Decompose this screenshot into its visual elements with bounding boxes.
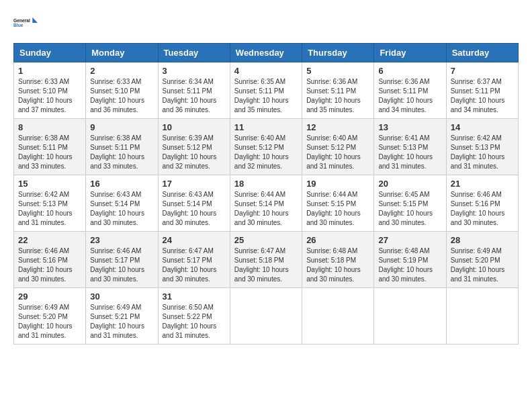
day-number: 3 [163,66,226,76]
day-info: Sunrise: 6:33 AM Sunset: 5:10 PM Dayligh… [90,77,153,115]
day-number: 15 [18,179,81,189]
day-info: Sunrise: 6:50 AM Sunset: 5:22 PM Dayligh… [163,303,226,340]
calendar-header-wednesday: Wednesday [230,44,302,62]
calendar-header-monday: Monday [86,44,158,62]
day-number: 25 [234,235,298,245]
day-number: 31 [163,291,226,302]
calendar-cell: 10Sunrise: 6:39 AM Sunset: 5:12 PM Dayli… [158,119,230,175]
day-info: Sunrise: 6:44 AM Sunset: 5:14 PM Dayligh… [234,190,298,228]
calendar-cell: 13Sunrise: 6:41 AM Sunset: 5:13 PM Dayli… [374,119,446,175]
day-info: Sunrise: 6:36 AM Sunset: 5:11 PM Dayligh… [378,77,441,115]
calendar-cell: 25Sunrise: 6:47 AM Sunset: 5:18 PM Dayli… [230,232,302,288]
calendar-cell: 9Sunrise: 6:38 AM Sunset: 5:11 PM Daylig… [86,119,158,175]
day-number: 27 [378,235,441,245]
day-info: Sunrise: 6:40 AM Sunset: 5:12 PM Dayligh… [306,134,369,171]
day-info: Sunrise: 6:38 AM Sunset: 5:11 PM Dayligh… [90,134,153,171]
calendar-cell: 24Sunrise: 6:47 AM Sunset: 5:17 PM Dayli… [158,232,230,288]
logo-icon: GeneralBlue [13,13,38,32]
day-number: 26 [306,235,369,245]
calendar-cell: 17Sunrise: 6:43 AM Sunset: 5:14 PM Dayli… [158,175,230,232]
calendar-cell: 30Sunrise: 6:49 AM Sunset: 5:21 PM Dayli… [86,288,158,345]
day-info: Sunrise: 6:44 AM Sunset: 5:15 PM Dayligh… [306,190,369,228]
calendar-cell: 23Sunrise: 6:46 AM Sunset: 5:17 PM Dayli… [86,232,158,288]
day-info: Sunrise: 6:46 AM Sunset: 5:16 PM Dayligh… [18,246,81,284]
svg-text:General: General [13,18,30,23]
calendar-week-row: 22Sunrise: 6:46 AM Sunset: 5:16 PM Dayli… [14,232,519,288]
day-info: Sunrise: 6:49 AM Sunset: 5:21 PM Dayligh… [90,303,153,340]
calendar-cell: 8Sunrise: 6:38 AM Sunset: 5:11 PM Daylig… [14,119,86,175]
day-info: Sunrise: 6:49 AM Sunset: 5:20 PM Dayligh… [18,303,81,340]
day-number: 2 [90,66,153,76]
day-info: Sunrise: 6:42 AM Sunset: 5:13 PM Dayligh… [451,134,514,171]
calendar-cell: 18Sunrise: 6:44 AM Sunset: 5:14 PM Dayli… [230,175,302,232]
calendar-cell: 20Sunrise: 6:45 AM Sunset: 5:15 PM Dayli… [374,175,446,232]
calendar-cell: 1Sunrise: 6:33 AM Sunset: 5:10 PM Daylig… [14,62,86,119]
calendar-cell: 7Sunrise: 6:37 AM Sunset: 5:11 PM Daylig… [446,62,518,119]
day-number: 9 [90,122,153,132]
day-info: Sunrise: 6:35 AM Sunset: 5:11 PM Dayligh… [234,77,298,115]
day-info: Sunrise: 6:46 AM Sunset: 5:16 PM Dayligh… [451,190,514,228]
calendar-cell: 3Sunrise: 6:34 AM Sunset: 5:11 PM Daylig… [158,62,230,119]
calendar-cell: 11Sunrise: 6:40 AM Sunset: 5:12 PM Dayli… [230,119,302,175]
day-info: Sunrise: 6:48 AM Sunset: 5:19 PM Dayligh… [378,246,441,284]
day-number: 24 [163,235,226,245]
logo: GeneralBlue [13,13,38,32]
calendar-cell: 29Sunrise: 6:49 AM Sunset: 5:20 PM Dayli… [14,288,86,345]
calendar-header-thursday: Thursday [302,44,374,62]
day-info: Sunrise: 6:41 AM Sunset: 5:13 PM Dayligh… [378,134,441,171]
calendar-week-row: 15Sunrise: 6:42 AM Sunset: 5:13 PM Dayli… [14,175,519,232]
calendar-cell: 16Sunrise: 6:43 AM Sunset: 5:14 PM Dayli… [86,175,158,232]
day-info: Sunrise: 6:45 AM Sunset: 5:15 PM Dayligh… [378,190,441,228]
calendar-header-sunday: Sunday [14,44,86,62]
calendar-header-row: SundayMondayTuesdayWednesdayThursdayFrid… [14,44,519,62]
calendar-cell [374,288,446,345]
day-info: Sunrise: 6:46 AM Sunset: 5:17 PM Dayligh… [90,246,153,284]
day-info: Sunrise: 6:47 AM Sunset: 5:17 PM Dayligh… [163,246,226,284]
day-info: Sunrise: 6:43 AM Sunset: 5:14 PM Dayligh… [90,190,153,228]
day-info: Sunrise: 6:36 AM Sunset: 5:11 PM Dayligh… [306,77,369,115]
day-number: 29 [18,291,81,302]
calendar-cell: 2Sunrise: 6:33 AM Sunset: 5:10 PM Daylig… [86,62,158,119]
day-number: 12 [306,122,369,132]
calendar-table: SundayMondayTuesdayWednesdayThursdayFrid… [13,43,519,345]
calendar-cell: 21Sunrise: 6:46 AM Sunset: 5:16 PM Dayli… [446,175,518,232]
day-number: 6 [378,66,441,76]
calendar-cell [302,288,374,345]
calendar-week-row: 1Sunrise: 6:33 AM Sunset: 5:10 PM Daylig… [14,62,519,119]
calendar-cell: 27Sunrise: 6:48 AM Sunset: 5:19 PM Dayli… [374,232,446,288]
day-number: 4 [234,66,298,76]
calendar-cell: 14Sunrise: 6:42 AM Sunset: 5:13 PM Dayli… [446,119,518,175]
calendar-week-row: 8Sunrise: 6:38 AM Sunset: 5:11 PM Daylig… [14,119,519,175]
day-number: 11 [234,122,298,132]
day-number: 21 [451,179,514,189]
day-number: 5 [306,66,369,76]
calendar-cell: 22Sunrise: 6:46 AM Sunset: 5:16 PM Dayli… [14,232,86,288]
page-header: GeneralBlue [13,13,519,32]
day-number: 22 [18,235,81,245]
day-info: Sunrise: 6:40 AM Sunset: 5:12 PM Dayligh… [234,134,298,171]
calendar-cell: 4Sunrise: 6:35 AM Sunset: 5:11 PM Daylig… [230,62,302,119]
calendar-cell: 5Sunrise: 6:36 AM Sunset: 5:11 PM Daylig… [302,62,374,119]
day-number: 20 [378,179,441,189]
day-info: Sunrise: 6:49 AM Sunset: 5:20 PM Dayligh… [451,246,514,284]
calendar-header-saturday: Saturday [446,44,518,62]
day-info: Sunrise: 6:42 AM Sunset: 5:13 PM Dayligh… [18,190,81,228]
day-number: 7 [451,66,514,76]
calendar-cell: 6Sunrise: 6:36 AM Sunset: 5:11 PM Daylig… [374,62,446,119]
day-info: Sunrise: 6:47 AM Sunset: 5:18 PM Dayligh… [234,246,298,284]
day-number: 13 [378,122,441,132]
calendar-header-tuesday: Tuesday [158,44,230,62]
svg-text:Blue: Blue [13,23,24,28]
calendar-cell: 26Sunrise: 6:48 AM Sunset: 5:18 PM Dayli… [302,232,374,288]
day-number: 19 [306,179,369,189]
calendar-cell: 19Sunrise: 6:44 AM Sunset: 5:15 PM Dayli… [302,175,374,232]
svg-marker-2 [32,17,38,23]
calendar-header-friday: Friday [374,44,446,62]
day-number: 28 [451,235,514,245]
calendar-cell [446,288,518,345]
day-number: 30 [90,291,153,302]
calendar-cell [230,288,302,345]
day-info: Sunrise: 6:43 AM Sunset: 5:14 PM Dayligh… [163,190,226,228]
day-info: Sunrise: 6:37 AM Sunset: 5:11 PM Dayligh… [451,77,514,115]
day-number: 1 [18,66,81,76]
